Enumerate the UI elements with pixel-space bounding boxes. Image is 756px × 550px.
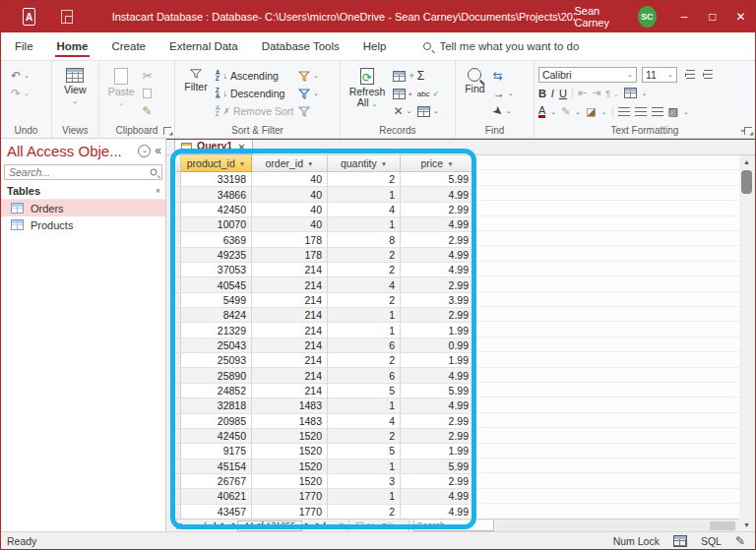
sort-ascending-button[interactable]: AZ↓Ascending	[216, 69, 294, 83]
gridlines-button[interactable]	[624, 88, 637, 98]
menu-tab-home[interactable]: Home	[47, 34, 98, 58]
column-header-price[interactable]: price▼	[401, 155, 474, 172]
nav-item-orders[interactable]: Orders	[1, 200, 165, 216]
selection-filter-button[interactable]: ⌄	[298, 69, 319, 83]
cell-price[interactable]: 2.99	[401, 203, 474, 217]
cell-order_id[interactable]: 40	[252, 172, 328, 187]
record-search-box[interactable]	[413, 520, 494, 531]
cell-product_id[interactable]: 40621	[181, 489, 252, 504]
record-selector[interactable]	[174, 429, 181, 444]
next-record-button[interactable]: ▶	[302, 521, 313, 529]
record-selector[interactable]	[174, 217, 181, 232]
collapse-section-icon[interactable]: «	[154, 189, 162, 192]
cell-product_id[interactable]: 33198	[181, 172, 252, 187]
column-header-product_id[interactable]: product_id▼	[181, 155, 252, 172]
cell-order_id[interactable]: 178	[252, 232, 328, 247]
nav-pane-menu-icon[interactable]: ⌄	[138, 145, 151, 157]
minimize-button[interactable]: –	[670, 1, 699, 32]
cell-price[interactable]: 4.99	[401, 187, 474, 202]
cell-product_id[interactable]: 26767	[181, 474, 252, 489]
font-color-button[interactable]: A	[538, 105, 545, 118]
record-selector[interactable]	[174, 489, 181, 504]
cell-product_id[interactable]: 20985	[181, 414, 252, 429]
cell-order_id[interactable]: 40	[252, 217, 328, 232]
cell-order_id[interactable]: 1520	[252, 429, 328, 444]
record-selector[interactable]	[174, 172, 181, 187]
cell-price[interactable]: 1.99	[401, 444, 474, 458]
record-selector[interactable]	[174, 444, 181, 458]
cell-order_id[interactable]: 214	[252, 308, 328, 323]
record-selector[interactable]	[174, 248, 181, 263]
delete-record-button[interactable]: ✕⌄	[393, 104, 413, 118]
record-search-input[interactable]	[414, 520, 493, 530]
cell-order_id[interactable]: 214	[252, 384, 328, 398]
cell-order_id[interactable]: 40	[252, 203, 328, 217]
cell-price[interactable]: 4.99	[401, 217, 474, 232]
nav-item-products[interactable]: Products	[1, 216, 165, 233]
cell-quantity[interactable]: 6	[328, 368, 401, 383]
record-selector[interactable]	[174, 398, 181, 413]
cell-price[interactable]: 4.99	[401, 398, 474, 413]
last-record-button[interactable]: ▶❙	[313, 521, 330, 529]
totals-button[interactable]: Σ	[417, 69, 440, 83]
record-selector[interactable]	[174, 474, 181, 489]
record-selector[interactable]	[174, 187, 181, 202]
numbering-icon[interactable]	[704, 70, 713, 80]
cell-product_id[interactable]: 24852	[181, 384, 252, 398]
cell-quantity[interactable]: 2	[328, 248, 401, 263]
close-button[interactable]: ✕	[726, 1, 755, 32]
highlight-color-button[interactable]: ✎	[561, 105, 570, 118]
cell-order_id[interactable]: 40	[252, 187, 328, 202]
text-direction-button[interactable]: ¶ ⌄	[605, 89, 618, 98]
signed-in-user[interactable]: Sean Carney	[575, 5, 628, 29]
column-header-order_id[interactable]: order_id▼	[252, 155, 328, 172]
cell-order_id[interactable]: 1483	[252, 414, 328, 429]
refresh-all-button[interactable]: ⟳ RefreshAll ⌄	[345, 65, 391, 112]
save-icon[interactable]	[61, 10, 73, 24]
cell-quantity[interactable]: 2	[328, 293, 401, 308]
nav-search-box[interactable]	[4, 164, 162, 180]
cell-product_id[interactable]: 37053	[181, 263, 252, 277]
scroll-down-icon[interactable]: ▼	[739, 519, 754, 531]
cell-order_id[interactable]: 214	[252, 338, 328, 353]
cell-price[interactable]: 2.99	[401, 277, 474, 292]
cell-order_id[interactable]: 214	[252, 293, 328, 308]
cell-price[interactable]: 4.99	[401, 368, 474, 383]
column-header-quantity[interactable]: quantity▼	[328, 155, 401, 172]
align-right-icon[interactable]	[652, 107, 663, 117]
menu-tab-file[interactable]: File	[5, 34, 43, 58]
record-selector[interactable]	[174, 353, 181, 368]
tables-section-header[interactable]: Tables «	[1, 182, 165, 200]
cell-product_id[interactable]: 34866	[181, 187, 252, 202]
advanced-filter-button[interactable]: ⌄	[298, 87, 319, 100]
design-view-button[interactable]: ✎	[735, 534, 745, 548]
cell-product_id[interactable]: 5499	[181, 293, 252, 308]
sort-descending-button[interactable]: ZA↓Descending	[216, 87, 294, 100]
cell-price[interactable]: 4.99	[401, 248, 474, 263]
replace-button[interactable]: ⇆	[493, 69, 514, 83]
record-selector[interactable]	[174, 293, 181, 308]
cell-order_id[interactable]: 178	[252, 248, 328, 263]
cell-price[interactable]: 5.99	[401, 384, 474, 398]
cell-quantity[interactable]: 1	[328, 459, 401, 474]
cell-order_id[interactable]: 1770	[252, 489, 328, 504]
cell-quantity[interactable]: 5	[328, 444, 401, 458]
find-button[interactable]: Find	[460, 65, 489, 97]
cell-price[interactable]: 3.99	[401, 293, 474, 308]
cell-price[interactable]: 4.99	[401, 505, 474, 519]
select-all-corner[interactable]	[174, 155, 181, 172]
undo-button[interactable]: ↶⌄	[11, 69, 30, 83]
cell-product_id[interactable]: 32818	[181, 398, 252, 413]
cell-quantity[interactable]: 2	[328, 353, 401, 368]
record-selector[interactable]	[174, 414, 181, 429]
avatar[interactable]: SC	[638, 6, 657, 28]
italic-button[interactable]: I	[551, 88, 554, 99]
cell-product_id[interactable]: 45154	[181, 459, 252, 474]
cell-product_id[interactable]: 42450	[181, 203, 252, 217]
toggle-filter-button[interactable]	[298, 104, 319, 118]
record-selector[interactable]	[174, 203, 181, 217]
column-filter-icon[interactable]: ▼	[307, 160, 313, 167]
select-button[interactable]: ➤⌄	[493, 104, 514, 118]
cell-price[interactable]: 4.99	[401, 263, 474, 277]
scroll-up-icon[interactable]: ▲	[739, 155, 754, 168]
